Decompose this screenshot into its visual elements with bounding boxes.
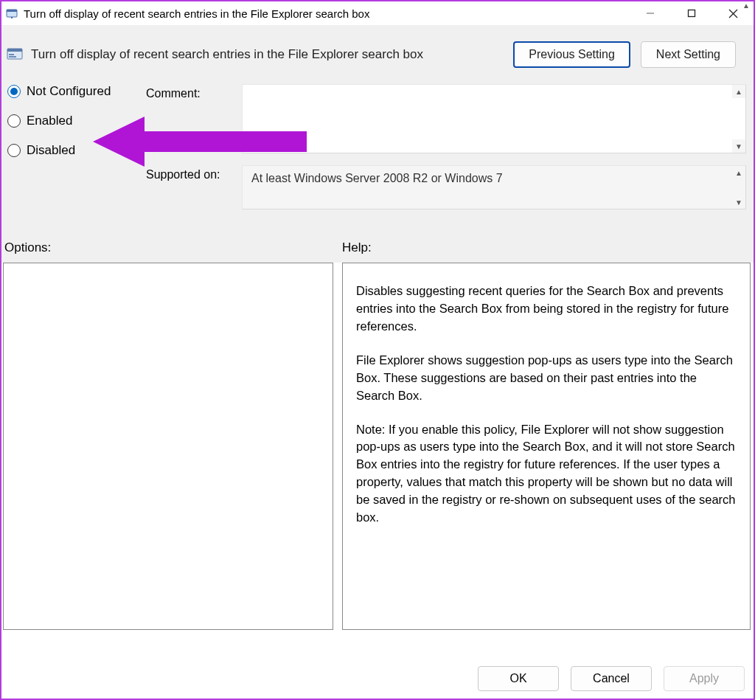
- minimize-button[interactable]: [630, 1, 671, 25]
- radio-enabled[interactable]: Enabled: [7, 114, 111, 128]
- radio-label: Disabled: [27, 143, 75, 158]
- supported-on-value: At least Windows Server 2008 R2 or Windo…: [251, 172, 503, 184]
- maximize-button[interactable]: [671, 1, 712, 25]
- help-section-label: Help:: [342, 240, 372, 255]
- supported-on-label: Supported on:: [146, 165, 242, 181]
- scroll-up-icon[interactable]: ▲: [740, 1, 752, 15]
- window-title: Turn off display of recent search entrie…: [24, 7, 369, 20]
- svg-rect-4: [689, 10, 695, 17]
- help-paragraph: File Explorer shows suggestion pop-ups a…: [356, 352, 737, 405]
- svg-rect-8: [7, 49, 22, 52]
- policy-title: Turn off display of recent search entrie…: [31, 47, 513, 62]
- section-labels: Options: Help:: [1, 229, 754, 263]
- panels-row: Disables suggesting recent queries for t…: [1, 263, 754, 630]
- policy-large-icon: [6, 46, 24, 63]
- next-setting-button[interactable]: Next Setting: [641, 41, 736, 68]
- scroll-up-icon[interactable]: ▲: [732, 166, 745, 179]
- policy-dialog-window: Turn off display of recent search entrie…: [0, 0, 755, 700]
- previous-setting-button[interactable]: Previous Setting: [513, 41, 630, 68]
- options-panel: [3, 263, 333, 630]
- help-paragraph: Note: If you enable this policy, File Ex…: [356, 421, 737, 527]
- scroll-up-icon[interactable]: ▲: [732, 85, 745, 98]
- apply-button[interactable]: Apply: [664, 666, 745, 691]
- scroll-down-icon[interactable]: ▼: [732, 139, 745, 153]
- scroll-down-icon[interactable]: ▼: [732, 195, 745, 209]
- help-panel: Disables suggesting recent queries for t…: [342, 263, 751, 630]
- configuration-area: Not Configured Enabled Disabled Comment:…: [1, 84, 754, 229]
- header-strip: Turn off display of recent search entrie…: [1, 25, 754, 84]
- comment-textarea[interactable]: ▲ ▼: [242, 84, 746, 153]
- svg-rect-9: [9, 54, 14, 55]
- svg-rect-1: [7, 10, 17, 12]
- radio-not-configured[interactable]: Not Configured: [7, 84, 111, 99]
- cancel-button[interactable]: Cancel: [571, 666, 652, 691]
- state-radio-group: Not Configured Enabled Disabled: [7, 84, 111, 173]
- radio-label: Not Configured: [27, 84, 111, 99]
- radio-icon: [7, 144, 21, 157]
- titlebar: Turn off display of recent search entrie…: [1, 1, 754, 25]
- help-paragraph: Disables suggesting recent queries for t…: [356, 283, 737, 336]
- svg-rect-2: [11, 17, 13, 18]
- radio-icon: [7, 85, 21, 98]
- policy-app-icon: [6, 7, 18, 19]
- ok-button[interactable]: OK: [478, 666, 559, 691]
- radio-icon: [7, 114, 21, 128]
- comment-label: Comment:: [146, 84, 242, 100]
- radio-label: Enabled: [27, 114, 72, 128]
- svg-rect-10: [9, 56, 16, 58]
- options-section-label: Options:: [4, 240, 342, 255]
- radio-disabled[interactable]: Disabled: [7, 143, 111, 158]
- window-controls: [630, 1, 754, 25]
- dialog-button-bar: OK Cancel Apply: [473, 662, 749, 696]
- supported-on-textbox: At least Windows Server 2008 R2 or Windo…: [242, 165, 746, 209]
